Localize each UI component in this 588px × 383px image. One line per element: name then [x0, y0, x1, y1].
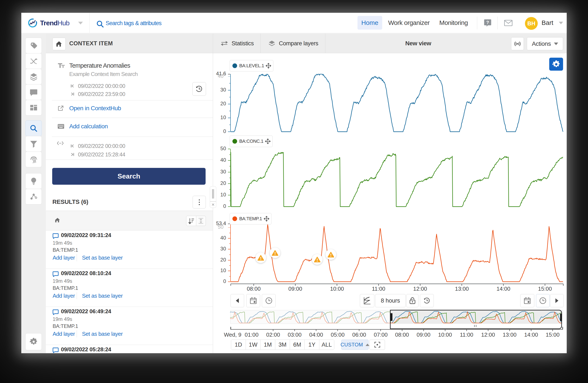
svg-text:?: ? [486, 20, 489, 25]
